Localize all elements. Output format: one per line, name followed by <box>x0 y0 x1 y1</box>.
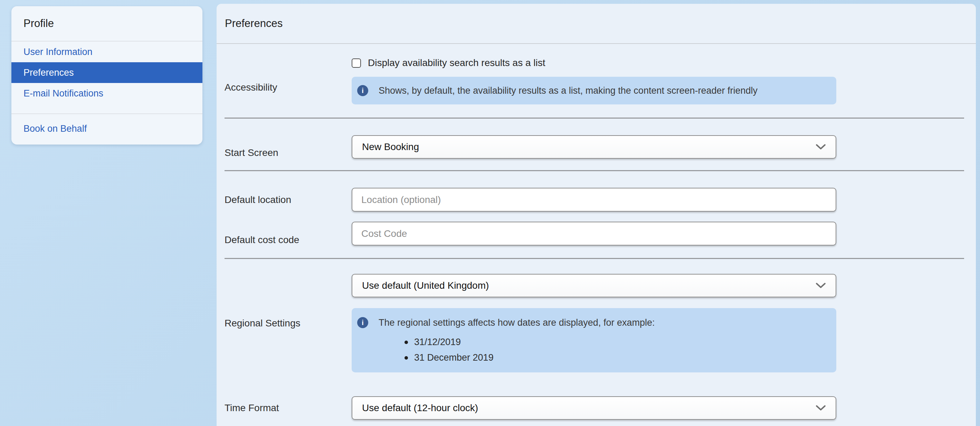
start-screen-row: Start Screen New Booking <box>216 119 976 170</box>
regional-settings-select[interactable]: Use default (United Kingdom) <box>352 274 836 297</box>
date-format-example-long: 31 December 2019 <box>404 350 826 365</box>
default-location-input[interactable] <box>352 188 836 212</box>
profile-sidebar: Profile User Information Preferences E-m… <box>11 6 202 145</box>
accessibility-checkbox[interactable] <box>352 58 361 68</box>
sidebar-spacer <box>11 114 202 118</box>
date-format-examples: 31/12/2019 31 December 2019 <box>357 334 826 365</box>
start-screen-value: New Booking <box>362 141 419 153</box>
profile-settings-screen: Profile User Information Preferences E-m… <box>0 0 980 426</box>
accessibility-checkbox-label[interactable]: Display availability search results as a… <box>368 57 546 69</box>
sidebar-item-email-notifications[interactable]: E-mail Notifications <box>11 83 202 104</box>
time-format-label: Time Format <box>216 396 352 420</box>
accessibility-label: Accessibility <box>216 57 352 118</box>
preferences-panel: Preferences Accessibility Display availa… <box>216 4 976 426</box>
sidebar-item-book-on-behalf[interactable]: Book on Behalf <box>11 118 202 139</box>
chevron-down-icon <box>816 282 826 289</box>
default-cost-code-input[interactable] <box>352 222 836 246</box>
accessibility-row: Accessibility Display availability searc… <box>216 57 976 118</box>
regional-settings-label: Regional Settings <box>216 274 352 372</box>
info-icon: i <box>357 317 368 328</box>
sidebar-title: Profile <box>11 6 202 41</box>
start-screen-label: Start Screen <box>216 135 352 170</box>
default-location-label: Default location <box>216 188 352 212</box>
regional-settings-value: Use default (United Kingdom) <box>362 280 489 291</box>
header-divider <box>216 43 976 44</box>
regional-settings-row: Regional Settings Use default (United Ki… <box>216 259 976 372</box>
sidebar-item-user-information[interactable]: User Information <box>11 41 202 62</box>
time-format-value: Use default (12-hour clock) <box>362 402 478 413</box>
regional-settings-info-box: i The regional settings affects how date… <box>352 308 836 372</box>
default-location-row: Default location <box>216 171 976 212</box>
sidebar-item-preferences[interactable]: Preferences <box>11 62 202 83</box>
default-cost-code-row: Default cost code <box>216 212 976 258</box>
chevron-down-icon <box>816 405 826 411</box>
accessibility-info-box: i Shows, by default, the availability re… <box>352 77 836 104</box>
time-format-select[interactable]: Use default (12-hour clock) <box>352 396 836 420</box>
time-format-row: Time Format Use default (12-hour clock) <box>216 372 976 420</box>
default-cost-code-label: Default cost code <box>216 222 352 258</box>
regional-settings-info-text: The regional settings affects how dates … <box>379 318 655 328</box>
sidebar-spacer <box>11 104 202 113</box>
date-format-example-numeric: 31/12/2019 <box>404 334 826 350</box>
start-screen-select[interactable]: New Booking <box>352 135 836 159</box>
accessibility-info-text: Shows, by default, the availability resu… <box>379 85 757 96</box>
info-icon: i <box>357 85 368 96</box>
chevron-down-icon <box>816 144 826 150</box>
page-title: Preferences <box>216 4 976 43</box>
